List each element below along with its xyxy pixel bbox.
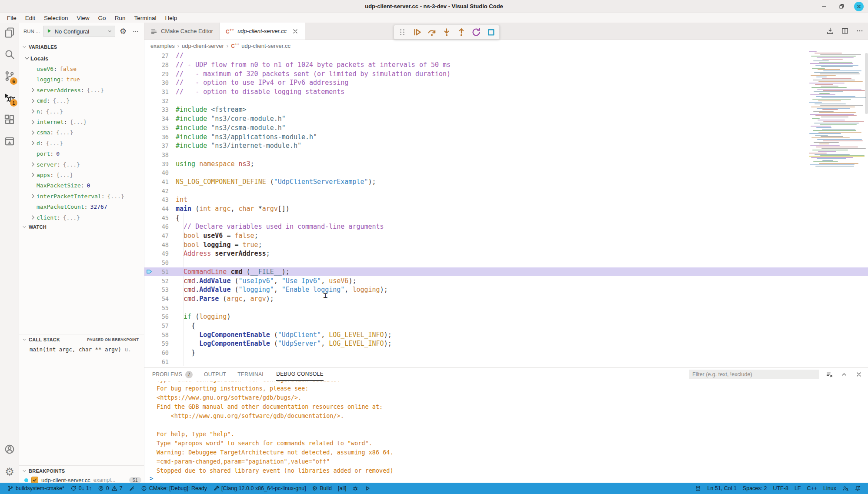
more-actions-icon[interactable] (855, 26, 865, 36)
code-line-43[interactable]: 43int (144, 195, 868, 204)
variable-row-logging[interactable]: logging:true (19, 74, 144, 85)
code-line-44[interactable]: 44main (int argc, char *argv[]) (144, 204, 868, 214)
activity-explorer[interactable] (0, 23, 19, 44)
status-clang-12-0-0-x86-64-pc-linux-gnu[interactable]: [Clang 12.0.0 x86_64-pc-linux-gnu] (210, 483, 309, 494)
step-out-icon[interactable] (456, 27, 467, 38)
activity-run-and-debug[interactable]: 1 (0, 88, 19, 110)
status-play-outline-icon[interactable] (361, 483, 374, 494)
activity-cmake[interactable] (0, 131, 19, 153)
variable-row-cmd[interactable]: cmd:{...} (19, 96, 144, 106)
menu-go[interactable]: Go (94, 15, 110, 21)
code-line-30[interactable]: 30// - option to use IPv4 or IPv6 addres… (144, 78, 868, 87)
restore-button[interactable] (837, 2, 846, 11)
debug-current-line-icon[interactable] (144, 269, 154, 274)
code-line-57[interactable]: 57 { (144, 321, 868, 330)
close-button[interactable] (854, 2, 864, 11)
status-all[interactable]: [all] (335, 483, 349, 494)
line-number[interactable]: 59 (154, 340, 176, 347)
line-number[interactable]: 42 (154, 187, 176, 194)
watch-section-header[interactable]: WATCH (19, 222, 144, 232)
status-ln-51-col-1[interactable]: Ln 51, Col 1 (704, 483, 739, 494)
variables-section-header[interactable]: VARIABLES (19, 42, 144, 52)
panel-tab-debug-console[interactable]: DEBUG CONSOLE (276, 368, 324, 381)
tab-udp-client-server-cc[interactable]: C++udp-client-server.cc (220, 23, 305, 40)
minimap[interactable] (809, 51, 865, 182)
panel-tab-problems[interactable]: PROBLEMS7 (152, 368, 193, 381)
variable-row-d[interactable]: d:{...} (19, 138, 144, 148)
debug-console-prompt[interactable]: > (150, 475, 153, 482)
activity-extensions[interactable] (0, 110, 19, 131)
code-line-35[interactable]: 35#include "ns3/csma-module.h" (144, 124, 868, 133)
line-number[interactable]: 54 (154, 295, 176, 302)
code-line-49[interactable]: 49 Address serverAddress; (144, 249, 868, 258)
more-actions-icon[interactable] (131, 27, 140, 36)
variable-row-port[interactable]: port:0 (19, 149, 144, 159)
panel-tab-terminal[interactable]: TERMINAL (237, 368, 265, 381)
stop-icon[interactable] (485, 27, 497, 38)
variable-row-csma[interactable]: csma:{...} (19, 127, 144, 138)
status-bell-icon[interactable] (851, 483, 864, 494)
debug-gear-icon[interactable]: ⚙ (118, 27, 128, 36)
status-0[interactable]: 07 (95, 483, 126, 494)
line-number[interactable]: 30 (154, 79, 176, 86)
breakpoints-section-header[interactable]: BREAKPOINTS (19, 465, 144, 476)
maximize-panel-icon[interactable] (839, 370, 849, 379)
status-linux[interactable]: Linux (820, 483, 839, 494)
status-build[interactable]: ⚙Build (309, 483, 335, 494)
tab-cmake-cache-editor[interactable]: CMake Cache Editor (144, 23, 220, 40)
line-number[interactable]: 48 (154, 241, 176, 248)
step-into-icon[interactable] (441, 27, 452, 38)
code-line-56[interactable]: 56 if (logging) (144, 312, 868, 321)
code-line-40[interactable]: 40 (144, 168, 868, 177)
code-line-37[interactable]: 37#include "ns3/internet-module.h" (144, 141, 868, 150)
activity-search[interactable] (0, 44, 19, 66)
drag-handle-icon[interactable] (397, 27, 408, 38)
code-line-52[interactable]: 52 cmd.AddValue ("useIpv6", "Use Ipv6", … (144, 276, 868, 285)
line-number[interactable]: 60 (154, 349, 176, 356)
code-line-50[interactable]: 50 (144, 258, 868, 267)
code-line-60[interactable]: 60 } (144, 348, 868, 357)
line-number[interactable]: 51 (154, 268, 176, 275)
line-number[interactable]: 55 (154, 304, 176, 311)
line-number[interactable]: 27 (154, 52, 176, 59)
line-number[interactable]: 33 (154, 106, 176, 113)
status-lf[interactable]: LF (791, 483, 804, 494)
code-line-28[interactable]: 28// - UDP flow from n0 to n1 of 1024 by… (144, 60, 868, 70)
line-number[interactable]: 31 (154, 88, 176, 95)
menu-view[interactable]: View (73, 15, 94, 21)
minimize-button[interactable] (819, 2, 829, 11)
variable-row-apps[interactable]: apps:{...} (19, 170, 144, 180)
editor-scrollbar[interactable] (865, 53, 868, 114)
status-0-1[interactable]: 0↓ 1↑ (67, 483, 95, 494)
line-number[interactable]: 38 (154, 151, 176, 158)
menu-file[interactable]: File (3, 15, 21, 21)
breadcrumb-item[interactable]: C++udp-client-server.cc (231, 42, 290, 49)
code-line-54[interactable]: 54 cmd.Parse (argc, argv); (144, 294, 868, 304)
variable-row-n[interactable]: n:{...} (19, 106, 144, 117)
clear-console-icon[interactable] (825, 370, 834, 379)
code-line-36[interactable]: 36#include "ns3/applications-module.h" (144, 132, 868, 141)
status-cmake-debug-ready[interactable]: CMake: [Debug]: Ready (138, 483, 210, 494)
line-number[interactable]: 57 (154, 322, 176, 329)
line-number[interactable]: 40 (154, 169, 176, 176)
menu-selection[interactable]: Selection (40, 15, 73, 21)
line-number[interactable]: 35 (154, 124, 176, 131)
import-icon[interactable] (825, 26, 835, 36)
menu-edit[interactable]: Edit (21, 15, 40, 21)
variable-row-client[interactable]: client:{...} (19, 212, 144, 223)
close-tab-icon[interactable] (292, 28, 299, 35)
continue-icon[interactable] (411, 27, 423, 38)
call-stack-section-header[interactable]: CALL STACK PAUSED ON BREAKPOINT (19, 334, 144, 344)
line-number[interactable]: 41 (154, 178, 176, 185)
code-line-27[interactable]: 27// (144, 51, 868, 60)
step-over-icon[interactable] (426, 27, 437, 38)
status-feedback-icon[interactable] (126, 483, 138, 494)
code-line-58[interactable]: 58 LogComponentEnable ("UdpClient", LOG_… (144, 330, 868, 339)
variable-row-MaxPacketSize[interactable]: MaxPacketSize:0 (19, 180, 144, 191)
code-line-39[interactable]: 39using namespace ns3; (144, 159, 868, 168)
status-utf-8[interactable]: UTF-8 (770, 483, 791, 494)
variable-row-internet[interactable]: internet:{...} (19, 117, 144, 127)
code-line-48[interactable]: 48 bool logging = true; (144, 240, 868, 249)
activity-source-control[interactable]: 6 (0, 66, 19, 88)
line-number[interactable]: 58 (154, 331, 176, 338)
